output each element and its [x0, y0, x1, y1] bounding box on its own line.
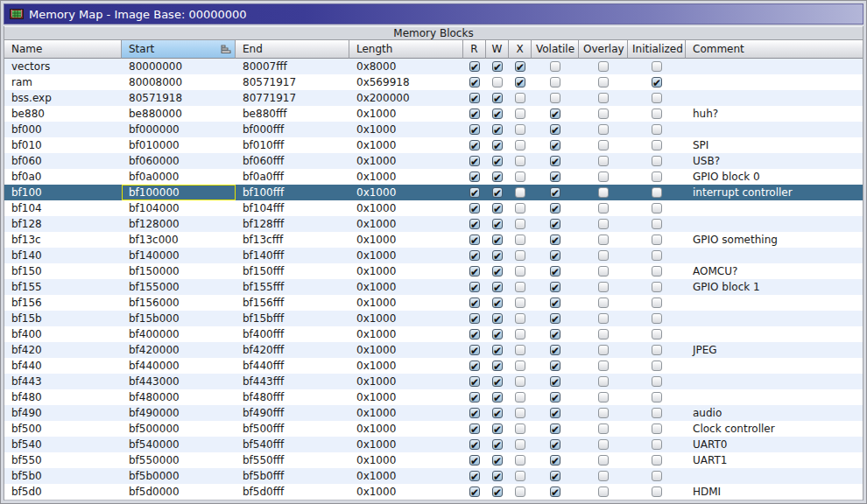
overlay-checkbox[interactable]: [598, 471, 609, 481]
overlay-checkbox[interactable]: [598, 392, 609, 402]
write-checkbox[interactable]: [492, 439, 503, 450]
cell-name[interactable]: bf155: [4, 279, 122, 295]
write-checkbox[interactable]: [492, 360, 503, 371]
overlay-checkbox[interactable]: [598, 93, 609, 103]
table-row[interactable]: be880 be880000 be880fff 0x1000 huh?: [4, 106, 863, 122]
volatile-checkbox[interactable]: [550, 282, 560, 292]
cell-comment[interactable]: [686, 122, 863, 137]
cell-end[interactable]: 80007fff: [236, 59, 349, 74]
cell-end[interactable]: bf500fff: [236, 421, 349, 437]
execute-checkbox[interactable]: [515, 108, 525, 119]
column-header-length[interactable]: Length: [349, 40, 463, 59]
overlay-checkbox[interactable]: [598, 408, 609, 418]
execute-checkbox[interactable]: [515, 424, 525, 434]
volatile-checkbox[interactable]: [550, 77, 560, 88]
cell-end[interactable]: bf490fff: [236, 405, 349, 421]
initialized-checkbox[interactable]: [652, 424, 662, 434]
cell-name[interactable]: bf140: [4, 248, 122, 263]
cell-name[interactable]: bf010: [4, 137, 122, 153]
table-row[interactable]: bf540 bf540000 bf540fff 0x1000 UART0: [4, 437, 863, 452]
cell-start[interactable]: bf400000: [122, 326, 236, 342]
cell-name[interactable]: bf5b0: [4, 468, 122, 484]
cell-length[interactable]: 0x8000: [349, 59, 463, 74]
initialized-checkbox[interactable]: [652, 486, 662, 497]
volatile-checkbox[interactable]: [550, 108, 560, 119]
write-checkbox[interactable]: [492, 345, 503, 355]
cell-start[interactable]: bf128000: [122, 216, 236, 232]
write-checkbox[interactable]: [492, 455, 503, 466]
cell-comment[interactable]: [686, 374, 863, 389]
execute-checkbox[interactable]: [515, 234, 525, 245]
read-checkbox[interactable]: [469, 108, 480, 119]
cell-end[interactable]: bf104fff: [236, 200, 349, 216]
cell-length[interactable]: 0x1000: [349, 169, 463, 185]
cell-length[interactable]: 0x1000: [349, 468, 463, 484]
cell-end[interactable]: bf440fff: [236, 358, 349, 374]
cell-name[interactable]: bf104: [4, 200, 122, 216]
execute-checkbox[interactable]: [515, 298, 525, 308]
overlay-checkbox[interactable]: [598, 313, 609, 324]
execute-checkbox[interactable]: [515, 455, 525, 466]
execute-checkbox[interactable]: [515, 329, 525, 340]
read-checkbox[interactable]: [469, 156, 480, 166]
table-row[interactable]: bf480 bf480000 bf480fff 0x1000: [4, 389, 863, 405]
table-row[interactable]: bf5d0 bf5d0000 bf5d0fff 0x1000 HDMI: [4, 484, 863, 500]
initialized-checkbox[interactable]: [652, 172, 662, 182]
volatile-checkbox[interactable]: [550, 455, 560, 466]
write-checkbox[interactable]: [492, 282, 503, 292]
overlay-checkbox[interactable]: [598, 108, 609, 119]
read-checkbox[interactable]: [469, 439, 480, 450]
cell-start[interactable]: 80008000: [122, 74, 236, 90]
overlay-checkbox[interactable]: [598, 219, 609, 229]
cell-name[interactable]: bf128: [4, 216, 122, 232]
overlay-checkbox[interactable]: [598, 455, 609, 466]
initialized-checkbox[interactable]: [652, 93, 662, 103]
cell-comment[interactable]: UART1: [686, 452, 863, 468]
read-checkbox[interactable]: [469, 408, 480, 418]
volatile-checkbox[interactable]: [550, 234, 560, 245]
read-checkbox[interactable]: [469, 124, 480, 135]
write-checkbox[interactable]: [492, 424, 503, 434]
execute-checkbox[interactable]: [515, 203, 525, 214]
initialized-checkbox[interactable]: [652, 282, 662, 292]
read-checkbox[interactable]: [469, 282, 480, 292]
cell-end[interactable]: bf128fff: [236, 216, 349, 232]
overlay-checkbox[interactable]: [598, 345, 609, 355]
cell-end[interactable]: be880fff: [236, 106, 349, 122]
cell-comment[interactable]: audio: [686, 405, 863, 421]
cell-length[interactable]: 0x1000: [349, 326, 463, 342]
cell-start[interactable]: bf060000: [122, 153, 236, 169]
cell-start[interactable]: bf0a0000: [122, 169, 236, 185]
read-checkbox[interactable]: [469, 93, 480, 103]
cell-length[interactable]: 0x1000: [349, 437, 463, 452]
cell-start[interactable]: bf480000: [122, 389, 236, 405]
initialized-checkbox[interactable]: [652, 156, 662, 166]
initialized-checkbox[interactable]: [652, 203, 662, 214]
cell-start[interactable]: be880000: [122, 106, 236, 122]
execute-checkbox[interactable]: [515, 77, 525, 88]
cell-end[interactable]: bf156fff: [236, 295, 349, 311]
write-checkbox[interactable]: [492, 471, 503, 481]
overlay-checkbox[interactable]: [598, 329, 609, 340]
execute-checkbox[interactable]: [515, 313, 525, 324]
table-row[interactable]: bf155 bf155000 bf155fff 0x1000 GPIO bloc…: [4, 279, 863, 295]
volatile-checkbox[interactable]: [550, 219, 560, 229]
cell-name[interactable]: bf150: [4, 263, 122, 279]
volatile-checkbox[interactable]: [550, 329, 560, 340]
read-checkbox[interactable]: [469, 298, 480, 308]
cell-start[interactable]: bf5d0000: [122, 484, 236, 500]
overlay-checkbox[interactable]: [598, 298, 609, 308]
volatile-checkbox[interactable]: [550, 93, 560, 103]
read-checkbox[interactable]: [469, 313, 480, 324]
overlay-checkbox[interactable]: [598, 156, 609, 166]
read-checkbox[interactable]: [469, 219, 480, 229]
initialized-checkbox[interactable]: [652, 108, 662, 119]
read-checkbox[interactable]: [469, 376, 480, 387]
cell-comment[interactable]: [686, 216, 863, 232]
execute-checkbox[interactable]: [515, 439, 525, 450]
initialized-checkbox[interactable]: [652, 61, 662, 72]
table-row[interactable]: bf104 bf104000 bf104fff 0x1000: [4, 200, 863, 216]
cell-length[interactable]: 0x200000: [349, 90, 463, 106]
cell-end[interactable]: bf150fff: [236, 263, 349, 279]
table-row[interactable]: bf400 bf400000 bf400fff 0x1000: [4, 326, 863, 342]
